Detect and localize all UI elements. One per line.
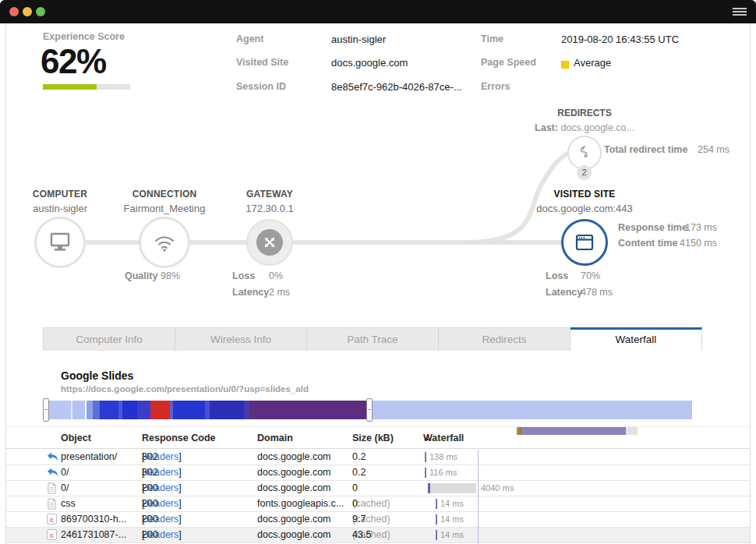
gateway-latency-label: Latency [232,287,269,298]
minimap-segment [173,401,205,419]
table-row[interactable]: css 200 [Headers] fonts.googleapis.c... … [6,496,750,512]
table-row[interactable]: 0/ 302 [Headers] docs.google.com 0.2 116… [6,465,750,481]
connection-node[interactable] [139,217,190,268]
visited-site-node[interactable] [561,219,608,266]
maximize-window-icon[interactable] [36,7,45,16]
waterfall-tick [436,514,437,525]
minimap-segment [72,401,85,419]
col-size: Size (kB) [352,427,394,449]
waterfall-minimap[interactable] [44,401,694,419]
visited-site-label: Visited Site [236,57,288,68]
gateway-node[interactable] [246,219,293,266]
response-code-cell: 200 [Headers] [142,496,178,511]
waterfall-time-label: 138 ms [429,450,457,465]
table-header: Object Response Code Domain Size (kB) Wa… [6,427,750,449]
close-window-icon[interactable] [9,7,19,16]
agent-label: Agent [236,34,263,44]
hamburger-menu-icon[interactable] [733,6,747,17]
computer-title: COMPUTER [13,189,107,200]
redirects-last-value: docs.google.co... [560,122,634,133]
minimap-segment [137,401,150,419]
gateway-latency-value: 2 ms [269,287,290,298]
object-cell: 0/ [61,481,69,496]
minimap-segment [244,401,249,419]
waterfall-time-label: 116 ms [429,465,457,480]
minimap-segment [93,401,100,419]
response-code-cell: 302 [Headers] [142,450,178,465]
object-cell: 869700310-h... [61,512,126,527]
tab-wireless-info[interactable]: Wireless Info [175,327,307,351]
css-file-icon: c [47,529,58,541]
monitor-icon [48,231,72,254]
minimize-window-icon[interactable] [23,7,32,16]
session-detail-window: Experience Score 62% Agent austin-sigler… [0,0,756,544]
object-cell: presentation/ [61,450,117,465]
table-row[interactable]: presentation/ 302 [Headers] docs.google.… [6,450,750,465]
object-cell: 0/ [61,465,69,480]
tab-path-trace[interactable]: Path Trace [307,327,439,351]
total-redirect-time-value: 254 ms [698,144,730,155]
tab-redirects[interactable]: Redirects [439,327,571,351]
waterfall-cell: 14 ms [423,496,750,511]
connection-title: CONNECTION [118,189,211,200]
svg-text:c: c [50,532,54,539]
experience-score-bar [43,84,130,90]
wifi-icon [153,232,176,253]
waterfall-cell: 14 ms [423,528,750,542]
waterfall-time-label: 14 ms [440,496,464,511]
waterfall-tick [425,452,426,462]
page-speed-label: Page Speed [481,57,536,68]
waterfall-time-label: 14 ms [440,512,464,527]
session-id-label: Session ID [236,81,286,92]
visited-site-title: VISITED SITE [538,189,631,200]
page-speed-value: Average [574,57,611,69]
waterfall-gridline [478,450,479,544]
sort-ascending-icon: ▲ [423,427,430,449]
minimap-segment [373,401,692,419]
redirects-title: REDIRECTS [538,108,631,118]
waterfall-legend-bar [517,427,638,435]
computer-name: austin-sigler [13,203,107,214]
redirect-arrows-icon [577,145,592,161]
domain-cell: docs.google.com [257,528,331,542]
gateway-loss-value: 0% [269,270,283,281]
css-file-icon: c [47,514,58,525]
site-latency-label: Latency [546,287,582,298]
site-loss-value: 70% [581,270,600,281]
gateway-title: GATEWAY [223,189,316,200]
waterfall-cell: 4040 ms [423,481,750,496]
col-response-code: Response Code [142,427,215,449]
waterfall-time-label: 4040 ms [481,481,514,496]
table-body: presentation/ 302 [Headers] docs.google.… [6,450,750,544]
waterfall-tick [436,499,437,509]
session-id-value: 8e85ef7c-962b-4026-87ce-... [331,81,462,93]
tab-bar: Computer Info Wireless Info Path Trace R… [43,327,702,351]
experience-score-label: Experience Score [43,31,125,42]
connection-name: Fairmont_Meeting [118,203,211,214]
table-row[interactable]: c 2461731087-... 200 [Headers] docs.goog… [6,528,750,543]
browser-window-icon [574,232,595,253]
response-code-cell: 200 [Headers] [142,528,178,542]
gateway-loss-label: Loss [232,270,255,281]
page-url: https://docs.google.com/presentation/u/0… [61,384,309,394]
table-row[interactable]: 0/ 200 [Headers] docs.google.com 0 4040 … [6,481,750,496]
minimap-right-handle[interactable] [366,398,373,422]
object-cell: 2461731087-... [61,528,126,542]
size-cell: 9.7 (cached) [352,512,390,527]
visited-site-value: docs.google.com [331,57,408,69]
response-code-cell: 200 [Headers] [142,481,178,496]
tab-computer-info[interactable]: Computer Info [43,327,175,351]
domain-cell: fonts.googleapis.c... [257,496,344,511]
tab-waterfall[interactable]: Waterfall [571,327,702,351]
size-cell: 43.5 (cached) [352,528,390,542]
computer-node[interactable] [34,217,86,268]
page-speed-indicator-icon [561,58,569,72]
minimap-segment [100,401,118,419]
errors-label: Errors [481,81,510,92]
content-time-label: Content time [618,238,677,249]
response-code-cell: 200 [Headers] [142,512,178,527]
quality-value: 98% [161,270,180,281]
minimap-left-handle[interactable] [43,398,49,422]
table-row[interactable]: c 869700310-h... 200 [Headers] docs.goog… [6,512,750,528]
time-label: Time [481,34,503,44]
